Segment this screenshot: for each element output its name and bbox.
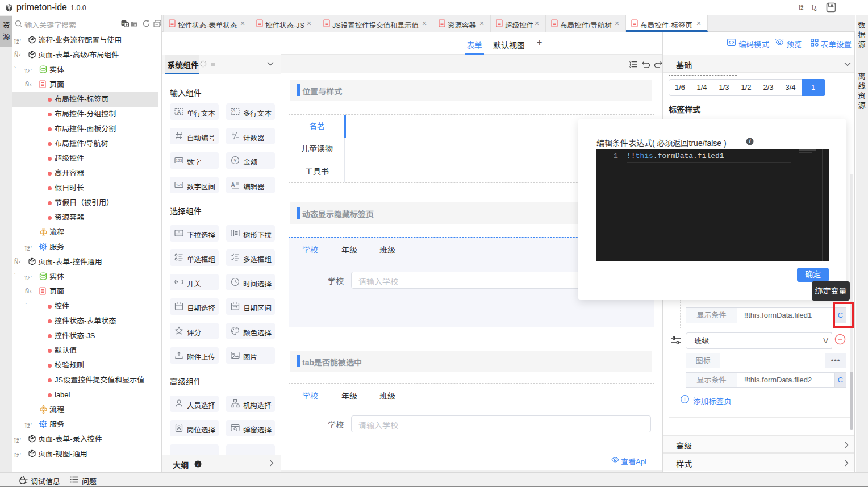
svg-text:1~3: 1~3 <box>176 184 182 187</box>
svg-text:123: 123 <box>176 159 182 163</box>
svg-text:i: i <box>749 139 751 144</box>
svg-text:¥: ¥ <box>233 158 237 163</box>
svg-text:A: A <box>177 109 181 115</box>
svg-text:A: A <box>232 109 235 113</box>
svg-text:A: A <box>231 182 235 188</box>
